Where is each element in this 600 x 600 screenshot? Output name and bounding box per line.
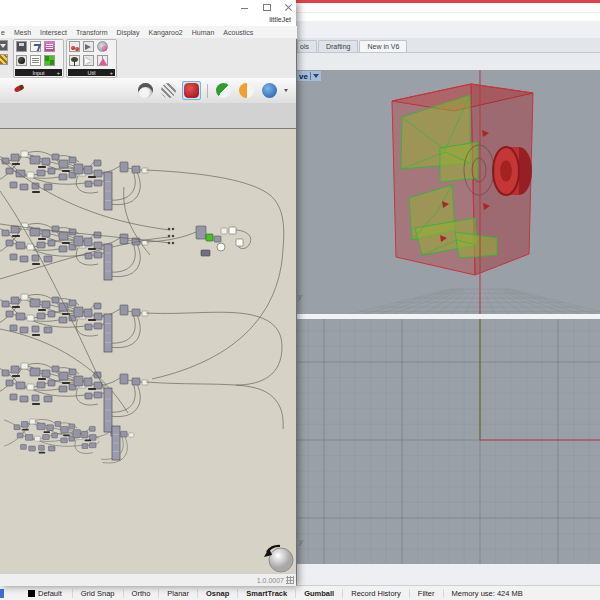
rhino-toolbar-tabs: olsDraftingNew in V6	[297, 38, 600, 53]
front-viewport[interactable]: y	[297, 319, 600, 564]
gh-tab-transform[interactable]: Transform	[76, 29, 108, 36]
node-cluster[interactable]	[0, 223, 148, 277]
layer-pane[interactable]: Default	[28, 589, 62, 598]
gh-canvas-toolbar	[0, 78, 296, 104]
palette-label-input[interactable]: Input +	[15, 69, 62, 76]
resize-grip[interactable]	[286, 576, 294, 584]
value-list-icon[interactable]	[30, 55, 41, 66]
graph-mapper-icon[interactable]	[30, 41, 41, 52]
rhino-tab-ols[interactable]: ols	[297, 40, 317, 52]
persp-axis-y-label: y	[298, 292, 302, 301]
custom-preview-button[interactable]	[237, 81, 256, 100]
wireframe-preview-icon	[138, 83, 153, 98]
gh-menubar[interactable]: littleJet	[0, 15, 296, 26]
relay-arrow-icon[interactable]	[83, 41, 94, 52]
data-tree-icon[interactable]	[69, 55, 80, 66]
gh-version: 1.0.0007	[257, 577, 284, 584]
rhino-status-bar: Default Grid SnapOrthoPlanarOsnapSmartTr…	[0, 585, 600, 600]
front-grid	[297, 319, 600, 564]
green-preview-button[interactable]	[214, 81, 233, 100]
toggle-icon[interactable]	[16, 55, 27, 66]
blue-preview-icon	[262, 83, 277, 98]
viewport-title-label: ve	[299, 72, 308, 81]
gh-status-strip: 1.0.0007	[0, 573, 296, 586]
panel-icon[interactable]	[44, 41, 55, 52]
status-pane-grid-snap[interactable]: Grid Snap	[72, 589, 123, 598]
palette-group-util: Util +	[66, 39, 117, 78]
creeper-icon[interactable]	[44, 55, 55, 66]
gh-tab-human[interactable]: Human	[192, 29, 215, 36]
status-pane-gumball[interactable]: Gumball	[295, 589, 342, 598]
shaded-preview-icon	[184, 83, 199, 98]
status-pane-osnap[interactable]: Osnap	[197, 589, 237, 598]
front-axis-y-label: y	[299, 537, 303, 546]
canvas-compass[interactable]	[269, 548, 293, 572]
close-icon[interactable]	[285, 4, 293, 12]
status-pane-smarttrack[interactable]: SmartTrack	[237, 589, 295, 598]
gh-tab-kangaroo2[interactable]: Kangaroo2	[148, 29, 182, 36]
ghosted-preview-icon	[161, 83, 176, 98]
perspective-scene	[297, 70, 600, 314]
hatch-icon[interactable]	[0, 54, 8, 65]
ghosted-preview-button[interactable]	[159, 81, 178, 100]
expand-icon[interactable]: +	[110, 70, 113, 76]
status-pane-filter[interactable]: Filter	[409, 589, 443, 598]
viewport-title-separator	[310, 72, 311, 80]
minimize-icon[interactable]	[241, 4, 249, 12]
status-pane-planar[interactable]: Planar	[158, 589, 197, 598]
perspective-viewport[interactable]: ve y	[297, 70, 600, 314]
maximize-icon[interactable]	[263, 4, 271, 12]
palette-grid-input	[14, 40, 63, 69]
custom-preview-icon	[239, 83, 254, 98]
rhino-toolbar-strip	[297, 53, 600, 71]
import-icon[interactable]	[0, 40, 8, 51]
gh-tab-e[interactable]: e	[1, 29, 5, 36]
gh-tab-acoustics[interactable]: Acoustics	[223, 29, 253, 36]
galapagos-flask-icon[interactable]	[97, 55, 108, 66]
green-preview-icon	[216, 83, 231, 98]
palette-grid-util	[67, 40, 116, 69]
gh-tab-intersect[interactable]: Intersect	[40, 29, 67, 36]
expand-icon[interactable]: +	[57, 70, 60, 76]
gh-node-graph	[0, 129, 296, 573]
gh-cut-icons	[0, 40, 10, 68]
grasshopper-window: littleJet eMeshIntersectTransformDisplay…	[0, 0, 296, 585]
palette-label-util[interactable]: Util +	[68, 69, 115, 76]
viewport-title[interactable]: ve	[297, 71, 321, 81]
node-cluster[interactable]	[0, 294, 148, 348]
status-pane-ortho[interactable]: Ortho	[123, 589, 159, 598]
palette-group-input: Input +	[13, 39, 64, 78]
cherry-picker-icon[interactable]	[69, 41, 80, 52]
gh-titlebar[interactable]	[0, 0, 296, 15]
rhino-lower-strip	[297, 564, 600, 585]
rhino-tab-drafting[interactable]: Drafting	[318, 40, 359, 52]
gh-tab-mesh[interactable]: Mesh	[14, 29, 31, 36]
layer-color-swatch[interactable]	[28, 590, 35, 597]
node-cluster[interactable]	[0, 151, 148, 205]
shaded-preview-button[interactable]	[182, 81, 201, 100]
gh-canvas[interactable]	[0, 129, 296, 573]
gh-canvas-margin	[0, 103, 296, 129]
wireframe-preview-button[interactable]	[136, 81, 155, 100]
palette-label-text: Util	[88, 70, 96, 76]
jump-arrow-icon[interactable]	[83, 55, 94, 66]
status-pane-memory-use-424-mb[interactable]: Memory use: 424 MB	[443, 589, 531, 598]
chevron-down-icon[interactable]	[313, 74, 319, 78]
palette-label-text: Input	[32, 70, 44, 76]
disk-icon[interactable]	[16, 41, 27, 52]
gh-tab-display[interactable]: Display	[117, 29, 140, 36]
status-pane-record-history[interactable]: Record History	[342, 589, 409, 598]
status-panes: Grid SnapOrthoPlanarOsnapSmartTrackGumba…	[72, 589, 531, 598]
node-cluster[interactable]	[0, 363, 148, 417]
sketch-tool-icon[interactable]	[13, 84, 25, 96]
chevron-down-icon[interactable]	[284, 89, 288, 92]
gh-document-name: littleJet	[269, 16, 291, 23]
rhino-tab-new-in-v6[interactable]: New in V6	[359, 40, 407, 52]
status-left-icon	[0, 589, 4, 598]
toolbar-separator	[207, 84, 208, 98]
sphere-pink-icon[interactable]	[97, 41, 108, 52]
gh-display-buttons	[136, 81, 288, 100]
layer-name: Default	[38, 589, 62, 598]
gh-component-palette: Input + Util +	[0, 38, 296, 79]
blue-preview-button[interactable]	[260, 81, 279, 100]
